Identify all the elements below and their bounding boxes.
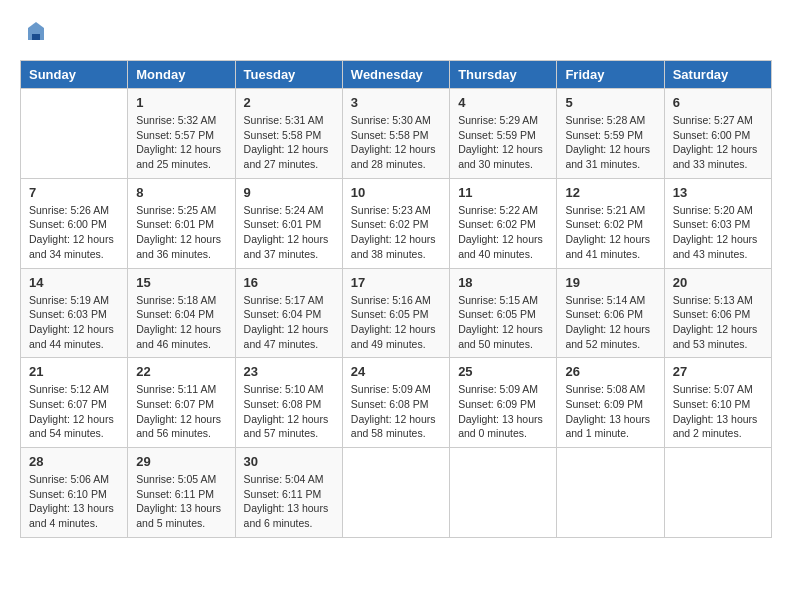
calendar-week-row: 28Sunrise: 5:06 AM Sunset: 6:10 PM Dayli… [21, 448, 772, 538]
day-info: Sunrise: 5:27 AM Sunset: 6:00 PM Dayligh… [673, 113, 763, 172]
calendar-cell: 11Sunrise: 5:22 AM Sunset: 6:02 PM Dayli… [450, 178, 557, 268]
calendar-cell: 10Sunrise: 5:23 AM Sunset: 6:02 PM Dayli… [342, 178, 449, 268]
day-number: 24 [351, 364, 441, 379]
calendar-cell [557, 448, 664, 538]
day-number: 16 [244, 275, 334, 290]
calendar-cell: 13Sunrise: 5:20 AM Sunset: 6:03 PM Dayli… [664, 178, 771, 268]
calendar-week-row: 21Sunrise: 5:12 AM Sunset: 6:07 PM Dayli… [21, 358, 772, 448]
day-info: Sunrise: 5:09 AM Sunset: 6:08 PM Dayligh… [351, 382, 441, 441]
calendar-week-row: 14Sunrise: 5:19 AM Sunset: 6:03 PM Dayli… [21, 268, 772, 358]
day-info: Sunrise: 5:31 AM Sunset: 5:58 PM Dayligh… [244, 113, 334, 172]
calendar-cell: 17Sunrise: 5:16 AM Sunset: 6:05 PM Dayli… [342, 268, 449, 358]
day-number: 8 [136, 185, 226, 200]
day-number: 27 [673, 364, 763, 379]
day-info: Sunrise: 5:07 AM Sunset: 6:10 PM Dayligh… [673, 382, 763, 441]
day-info: Sunrise: 5:21 AM Sunset: 6:02 PM Dayligh… [565, 203, 655, 262]
day-info: Sunrise: 5:32 AM Sunset: 5:57 PM Dayligh… [136, 113, 226, 172]
day-number: 7 [29, 185, 119, 200]
weekday-header: Sunday [21, 61, 128, 89]
calendar-cell: 28Sunrise: 5:06 AM Sunset: 6:10 PM Dayli… [21, 448, 128, 538]
day-info: Sunrise: 5:15 AM Sunset: 6:05 PM Dayligh… [458, 293, 548, 352]
day-number: 20 [673, 275, 763, 290]
weekday-header: Tuesday [235, 61, 342, 89]
day-number: 19 [565, 275, 655, 290]
day-info: Sunrise: 5:30 AM Sunset: 5:58 PM Dayligh… [351, 113, 441, 172]
calendar-cell: 19Sunrise: 5:14 AM Sunset: 6:06 PM Dayli… [557, 268, 664, 358]
calendar-cell: 15Sunrise: 5:18 AM Sunset: 6:04 PM Dayli… [128, 268, 235, 358]
weekday-header: Thursday [450, 61, 557, 89]
calendar-cell: 27Sunrise: 5:07 AM Sunset: 6:10 PM Dayli… [664, 358, 771, 448]
weekday-header: Monday [128, 61, 235, 89]
day-number: 13 [673, 185, 763, 200]
calendar-cell: 4Sunrise: 5:29 AM Sunset: 5:59 PM Daylig… [450, 89, 557, 179]
day-number: 15 [136, 275, 226, 290]
calendar-cell: 22Sunrise: 5:11 AM Sunset: 6:07 PM Dayli… [128, 358, 235, 448]
calendar-cell: 12Sunrise: 5:21 AM Sunset: 6:02 PM Dayli… [557, 178, 664, 268]
calendar-cell: 20Sunrise: 5:13 AM Sunset: 6:06 PM Dayli… [664, 268, 771, 358]
calendar-cell: 9Sunrise: 5:24 AM Sunset: 6:01 PM Daylig… [235, 178, 342, 268]
day-info: Sunrise: 5:04 AM Sunset: 6:11 PM Dayligh… [244, 472, 334, 531]
day-number: 21 [29, 364, 119, 379]
calendar-cell: 14Sunrise: 5:19 AM Sunset: 6:03 PM Dayli… [21, 268, 128, 358]
calendar-cell: 25Sunrise: 5:09 AM Sunset: 6:09 PM Dayli… [450, 358, 557, 448]
day-number: 9 [244, 185, 334, 200]
day-number: 28 [29, 454, 119, 469]
calendar-cell: 21Sunrise: 5:12 AM Sunset: 6:07 PM Dayli… [21, 358, 128, 448]
day-info: Sunrise: 5:28 AM Sunset: 5:59 PM Dayligh… [565, 113, 655, 172]
calendar-cell: 16Sunrise: 5:17 AM Sunset: 6:04 PM Dayli… [235, 268, 342, 358]
day-info: Sunrise: 5:05 AM Sunset: 6:11 PM Dayligh… [136, 472, 226, 531]
day-number: 30 [244, 454, 334, 469]
day-info: Sunrise: 5:09 AM Sunset: 6:09 PM Dayligh… [458, 382, 548, 441]
day-info: Sunrise: 5:26 AM Sunset: 6:00 PM Dayligh… [29, 203, 119, 262]
day-info: Sunrise: 5:17 AM Sunset: 6:04 PM Dayligh… [244, 293, 334, 352]
calendar-cell [450, 448, 557, 538]
day-number: 22 [136, 364, 226, 379]
day-number: 25 [458, 364, 548, 379]
day-number: 6 [673, 95, 763, 110]
day-number: 17 [351, 275, 441, 290]
day-number: 10 [351, 185, 441, 200]
day-number: 29 [136, 454, 226, 469]
day-info: Sunrise: 5:25 AM Sunset: 6:01 PM Dayligh… [136, 203, 226, 262]
day-info: Sunrise: 5:22 AM Sunset: 6:02 PM Dayligh… [458, 203, 548, 262]
calendar-cell: 3Sunrise: 5:30 AM Sunset: 5:58 PM Daylig… [342, 89, 449, 179]
weekday-header: Wednesday [342, 61, 449, 89]
calendar-week-row: 1Sunrise: 5:32 AM Sunset: 5:57 PM Daylig… [21, 89, 772, 179]
day-number: 5 [565, 95, 655, 110]
calendar-cell [21, 89, 128, 179]
day-info: Sunrise: 5:14 AM Sunset: 6:06 PM Dayligh… [565, 293, 655, 352]
day-info: Sunrise: 5:13 AM Sunset: 6:06 PM Dayligh… [673, 293, 763, 352]
day-number: 18 [458, 275, 548, 290]
weekday-header: Saturday [664, 61, 771, 89]
day-number: 4 [458, 95, 548, 110]
day-number: 2 [244, 95, 334, 110]
calendar-cell: 24Sunrise: 5:09 AM Sunset: 6:08 PM Dayli… [342, 358, 449, 448]
calendar-cell [664, 448, 771, 538]
page-header [20, 20, 772, 44]
day-info: Sunrise: 5:20 AM Sunset: 6:03 PM Dayligh… [673, 203, 763, 262]
weekday-header-row: SundayMondayTuesdayWednesdayThursdayFrid… [21, 61, 772, 89]
calendar-cell: 2Sunrise: 5:31 AM Sunset: 5:58 PM Daylig… [235, 89, 342, 179]
calendar-cell: 7Sunrise: 5:26 AM Sunset: 6:00 PM Daylig… [21, 178, 128, 268]
calendar-table: SundayMondayTuesdayWednesdayThursdayFrid… [20, 60, 772, 538]
day-number: 11 [458, 185, 548, 200]
day-info: Sunrise: 5:11 AM Sunset: 6:07 PM Dayligh… [136, 382, 226, 441]
calendar-cell: 26Sunrise: 5:08 AM Sunset: 6:09 PM Dayli… [557, 358, 664, 448]
day-info: Sunrise: 5:24 AM Sunset: 6:01 PM Dayligh… [244, 203, 334, 262]
day-info: Sunrise: 5:19 AM Sunset: 6:03 PM Dayligh… [29, 293, 119, 352]
calendar-cell: 23Sunrise: 5:10 AM Sunset: 6:08 PM Dayli… [235, 358, 342, 448]
day-info: Sunrise: 5:18 AM Sunset: 6:04 PM Dayligh… [136, 293, 226, 352]
day-info: Sunrise: 5:23 AM Sunset: 6:02 PM Dayligh… [351, 203, 441, 262]
day-info: Sunrise: 5:08 AM Sunset: 6:09 PM Dayligh… [565, 382, 655, 441]
calendar-cell: 8Sunrise: 5:25 AM Sunset: 6:01 PM Daylig… [128, 178, 235, 268]
day-info: Sunrise: 5:06 AM Sunset: 6:10 PM Dayligh… [29, 472, 119, 531]
calendar-cell: 6Sunrise: 5:27 AM Sunset: 6:00 PM Daylig… [664, 89, 771, 179]
calendar-cell: 1Sunrise: 5:32 AM Sunset: 5:57 PM Daylig… [128, 89, 235, 179]
day-number: 3 [351, 95, 441, 110]
calendar-week-row: 7Sunrise: 5:26 AM Sunset: 6:00 PM Daylig… [21, 178, 772, 268]
day-number: 14 [29, 275, 119, 290]
day-info: Sunrise: 5:10 AM Sunset: 6:08 PM Dayligh… [244, 382, 334, 441]
day-info: Sunrise: 5:12 AM Sunset: 6:07 PM Dayligh… [29, 382, 119, 441]
logo [20, 20, 48, 44]
day-number: 1 [136, 95, 226, 110]
